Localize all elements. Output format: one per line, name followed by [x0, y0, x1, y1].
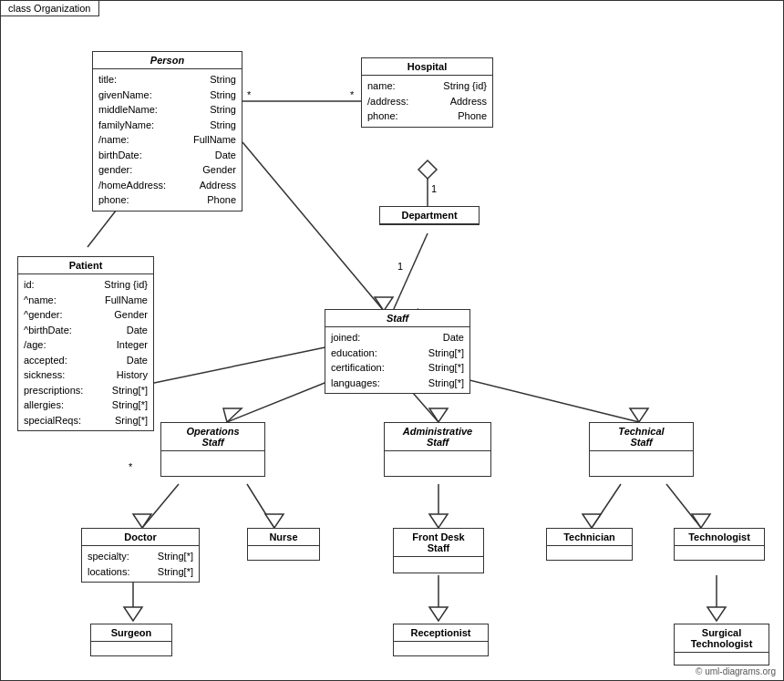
front-desk-staff-box: Front Desk Staff [393, 528, 484, 573]
patient-attrs: id:String {id} ^name:FullName ^gender:Ge… [18, 274, 153, 430]
nurse-box: Nurse [247, 528, 320, 561]
svg-marker-32 [692, 514, 710, 528]
svg-marker-20 [429, 408, 448, 422]
operations-staff-box: Operations Staff [160, 422, 265, 477]
svg-line-11 [393, 233, 428, 311]
svg-text:1: 1 [431, 183, 437, 194]
svg-marker-36 [429, 607, 448, 621]
operations-staff-title: Operations Staff [161, 423, 264, 451]
svg-line-31 [666, 484, 701, 528]
surgical-technologist-title: Surgical Technologist [675, 624, 769, 653]
svg-line-25 [247, 484, 274, 528]
technologist-title: Technologist [675, 529, 764, 546]
svg-text:*: * [247, 89, 252, 100]
doctor-attrs: specialty:String[*] locations:String[*] [82, 546, 199, 582]
hospital-attrs: name:String {id} /address:Address phone:… [362, 76, 492, 127]
svg-marker-22 [630, 408, 648, 422]
staff-title: Staff [325, 310, 469, 327]
department-box: Department [379, 206, 480, 225]
doctor-box: Doctor specialty:String[*] locations:Str… [81, 528, 200, 583]
surgeon-box: Surgeon [90, 624, 172, 656]
copyright: © uml-diagrams.org [696, 666, 776, 676]
svg-marker-24 [133, 514, 151, 528]
administrative-staff-box: Administrative Staff [384, 422, 491, 477]
svg-text:1: 1 [397, 261, 403, 272]
svg-marker-38 [707, 607, 726, 621]
svg-marker-28 [429, 514, 448, 528]
receptionist-box: Receptionist [393, 624, 489, 656]
svg-text:*: * [350, 89, 355, 100]
surgical-technologist-box: Surgical Technologist [674, 624, 769, 666]
svg-line-23 [142, 484, 179, 528]
hospital-title: Hospital [362, 58, 492, 76]
svg-marker-18 [223, 408, 242, 422]
nurse-title: Nurse [248, 529, 319, 546]
svg-line-9 [242, 142, 384, 311]
receptionist-title: Receptionist [394, 624, 488, 642]
department-title: Department [380, 207, 479, 224]
svg-marker-34 [124, 607, 142, 621]
technologist-box: Technologist [674, 528, 765, 561]
technical-staff-box: Technical Staff [589, 422, 694, 477]
patient-title: Patient [18, 257, 153, 274]
person-attrs: title:String givenName:String middleName… [93, 69, 242, 211]
staff-attrs: joined:Date education:String[*] certific… [325, 327, 469, 393]
svg-marker-3 [418, 160, 437, 179]
diagram-container: class Organization * * 1 * 1 * * * [0, 0, 784, 681]
staff-box: Staff joined:Date education:String[*] ce… [325, 309, 470, 394]
svg-marker-26 [265, 514, 284, 528]
person-title: Person [93, 52, 242, 69]
doctor-title: Doctor [82, 529, 199, 546]
front-desk-staff-title: Front Desk Staff [394, 529, 483, 557]
surgeon-title: Surgeon [91, 624, 171, 642]
administrative-staff-title: Administrative Staff [385, 423, 490, 451]
hospital-box: Hospital name:String {id} /address:Addre… [361, 57, 493, 128]
person-box: Person title:String givenName:String mid… [92, 51, 242, 212]
technician-title: Technician [547, 529, 632, 546]
svg-marker-30 [583, 514, 601, 528]
technical-staff-title: Technical Staff [590, 423, 693, 451]
svg-line-29 [592, 484, 621, 528]
svg-text:*: * [129, 461, 133, 472]
diagram-title: class Organization [1, 1, 99, 16]
patient-box: Patient id:String {id} ^name:FullName ^g… [17, 256, 154, 431]
technician-box: Technician [546, 528, 633, 561]
